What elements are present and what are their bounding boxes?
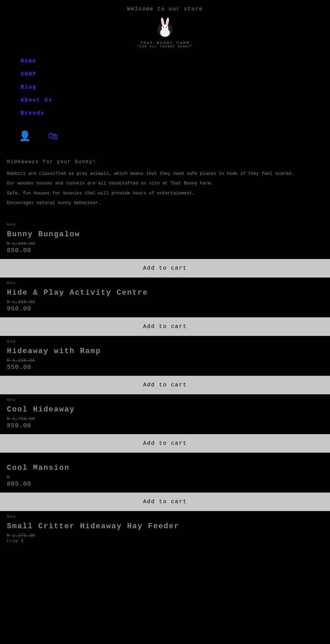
logo-container: THAT BUNNY FARM "FOR ALL THINGS BUNNY" [0,15,330,48]
product-3-sale-price: 550.00 [7,364,323,371]
nav-home[interactable]: Home [21,58,330,64]
svg-point-9 [165,28,166,29]
product-6-original-price: R 1,275.00 [7,533,323,538]
product-4-original-price: R 1,700.00 [7,417,323,421]
intro-line-3: Safe, fun houses for bunnies that will p… [7,189,320,197]
add-to-cart-button-4[interactable]: Add to cart [0,434,330,453]
product-1-title: Bunny Bungalow [7,230,323,239]
product-6: New Small Critter Hideaway Hay Feeder R … [0,511,330,544]
product-4-sale-price: 850.00 [7,422,323,429]
intro-section: Hideaways for your bunny! Rabbits are cl… [0,152,330,219]
from-text: From R [7,539,24,544]
product-1-original-price: R 1,000.00 [7,241,323,246]
product-3-title: Hideaway with Ramp [7,347,323,355]
product-3: New Hideaway with Ramp R 1,250.00 550.00 [0,336,330,371]
navigation: Home SHOP Blog About Us Breeds [0,55,330,127]
nav-about[interactable]: About Us [21,97,330,103]
nav-breeds[interactable]: Breeds [21,110,330,116]
product-5: Cool Mansion R 885.00 [0,453,330,487]
product-5-sale-price: 885.00 [7,481,323,487]
product-4: New Cool Hideaway R 1,700.00 850.00 [0,394,330,429]
add-to-cart-button-1[interactable]: Add to cart [0,259,330,278]
intro-line-2: Our wooden houses and tunnels are all ha… [7,179,320,187]
add-to-cart-button-3[interactable]: Add to cart [0,376,330,394]
product-2: New Hide & Play Activity Centre R 1,250.… [0,278,330,312]
intro-title: Hideaways for your bunny! [7,159,320,165]
add-to-cart-button-5[interactable]: Add to cart [0,493,330,511]
product-4-badge: New [7,398,323,402]
intro-line-1: Rabbits are classified as prey animals, … [7,170,320,178]
product-2-sale-price: 950.00 [7,305,323,312]
product-5-title: Cool Mansion [7,464,323,472]
product-3-badge: New [7,339,323,343]
nav-shop[interactable]: SHOP [21,71,330,77]
product-6-from-label: From R [7,539,323,544]
intro-line-4: Encourages natural bunny behaviour. [7,199,320,207]
product-6-badge: New [7,515,323,519]
logo-name: THAT BUNNY FARM [140,41,190,45]
nav-blog[interactable]: Blog [21,84,330,90]
product-1: New Bunny Bungalow R 1,000.00 850.00 [0,219,330,254]
welcome-text: Welcome to our store [0,6,330,12]
product-6-title: Small Critter Hideaway Hay Feeder [7,522,323,531]
svg-point-8 [166,27,167,28]
icon-row: 👤 🛍 [0,127,330,152]
product-2-badge: New [7,281,323,285]
cart-icon[interactable]: 🛍 [48,130,58,142]
product-3-original-price: R 1,250.00 [7,358,323,363]
logo-image [153,15,177,39]
product-5-badge [7,456,323,460]
logo-tagline: "FOR ALL THINGS BUNNY" [137,45,193,48]
product-1-badge: New [7,223,323,227]
account-icon[interactable]: 👤 [19,130,31,142]
product-2-title: Hide & Play Activity Centre [7,289,323,297]
svg-point-7 [163,27,164,28]
add-to-cart-button-2[interactable]: Add to cart [0,317,330,336]
product-2-original-price: R 1,250.00 [7,300,323,305]
product-1-sale-price: 850.00 [7,247,323,254]
header: Welcome to our store THAT BUNNY FARM "FO… [0,0,330,55]
product-4-title: Cool Hideaway [7,405,323,414]
svg-point-2 [162,24,168,31]
product-5-original-price: R [7,475,323,480]
